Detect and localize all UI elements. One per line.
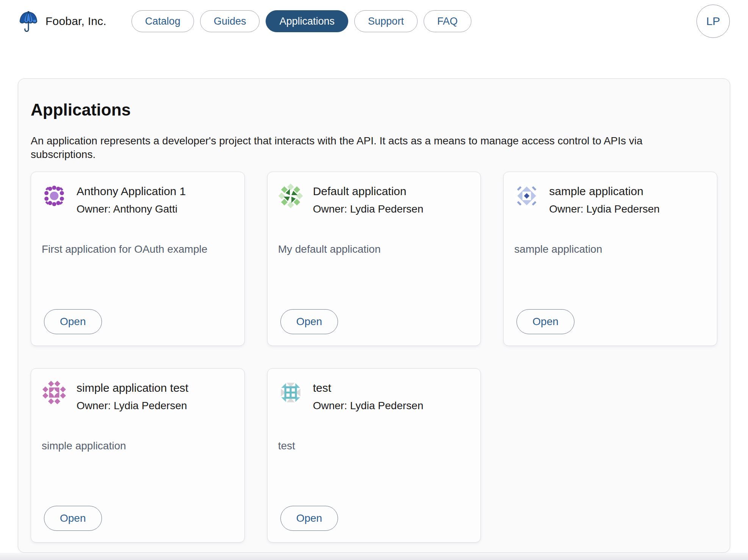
app-title: sample application [549,185,660,198]
applications-panel: Applications An application represents a… [18,78,730,553]
card-titles: Default application Owner: Lydia Pederse… [313,183,424,215]
card-header: Default application Owner: Lydia Pederse… [278,183,470,215]
top-navbar: Foobar, Inc. Catalog Guides Applications… [0,0,748,42]
app-card: Anthony Application 1 Owner: Anthony Gat… [31,172,245,346]
applications-grid: Anthony Application 1 Owner: Anthony Gat… [31,172,717,543]
app-owner: Owner: Anthony Gatti [77,203,186,215]
nav-item-applications[interactable]: Applications [266,10,348,32]
card-header: Anthony Application 1 Owner: Anthony Gat… [42,183,234,215]
app-description: simple application [42,439,234,453]
app-owner: Owner: Lydia Pedersen [313,400,424,412]
purple-dots-identicon [42,183,67,208]
main-nav: Catalog Guides Applications Support FAQ [131,10,471,32]
green-pinwheel-identicon [278,183,303,208]
brand-name: Foobar, Inc. [45,15,106,28]
open-button[interactable]: Open [280,506,338,531]
app-title: simple application test [77,382,188,394]
open-button[interactable]: Open [280,309,338,334]
card-titles: sample application Owner: Lydia Pedersen [549,183,660,215]
app-description: test [278,439,470,453]
brand: Foobar, Inc. [18,7,106,35]
teal-grid-identicon [278,380,303,405]
avatar-initials: LP [706,15,720,28]
app-title: Default application [313,185,424,198]
page-title: Applications [31,101,717,119]
blue-diamond-identicon [514,183,539,208]
nav-item-support[interactable]: Support [354,10,418,32]
nav-item-catalog[interactable]: Catalog [131,10,194,32]
app-description: My default application [278,242,470,256]
app-owner: Owner: Lydia Pedersen [77,400,188,412]
app-title: test [313,382,424,394]
umbrella-icon [18,7,39,35]
open-button[interactable]: Open [44,506,102,531]
app-description: sample application [514,242,706,256]
card-titles: Anthony Application 1 Owner: Anthony Gat… [77,183,186,215]
app-card: sample application Owner: Lydia Pedersen… [503,172,717,346]
card-titles: test Owner: Lydia Pedersen [313,380,424,412]
app-owner: Owner: Lydia Pedersen [549,203,660,215]
nav-item-faq[interactable]: FAQ [424,10,471,32]
pink-star-identicon [42,380,67,405]
app-card: Default application Owner: Lydia Pederse… [267,172,481,346]
open-button[interactable]: Open [44,309,102,334]
page-bottom-fade [0,553,748,560]
nav-item-guides[interactable]: Guides [200,10,260,32]
card-header: sample application Owner: Lydia Pedersen [514,183,706,215]
card-titles: simple application test Owner: Lydia Ped… [77,380,188,412]
app-owner: Owner: Lydia Pedersen [313,203,424,215]
app-card: test Owner: Lydia Pedersen test Open [267,368,481,543]
page-description: An application represents a developer's … [31,134,709,161]
app-title: Anthony Application 1 [77,185,186,198]
user-avatar[interactable]: LP [696,5,730,38]
open-button[interactable]: Open [516,309,574,334]
card-header: simple application test Owner: Lydia Ped… [42,380,234,412]
app-description: First application for OAuth example [42,242,234,256]
card-header: test Owner: Lydia Pedersen [278,380,470,412]
app-card: simple application test Owner: Lydia Ped… [31,368,245,543]
